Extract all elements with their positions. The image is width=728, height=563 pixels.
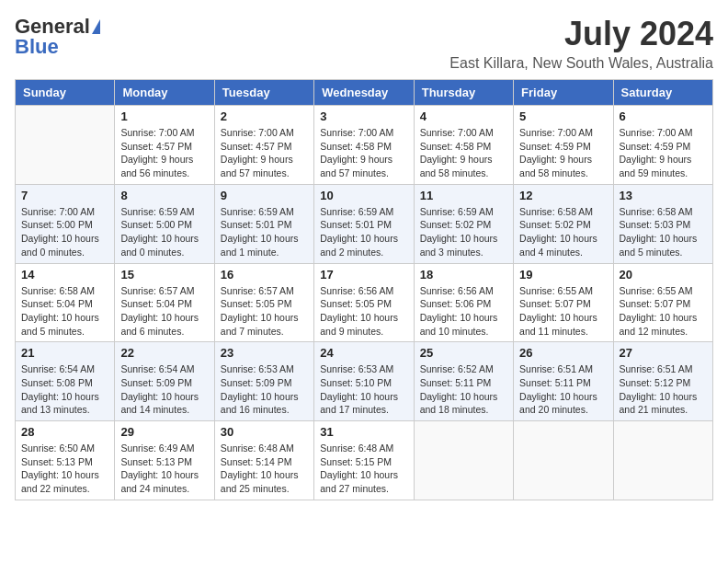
calendar-week-row: 7Sunrise: 7:00 AMSunset: 5:00 PMDaylight… <box>16 184 713 263</box>
calendar-week-row: 14Sunrise: 6:58 AMSunset: 5:04 PMDayligh… <box>16 263 713 342</box>
calendar-day-15: 15Sunrise: 6:57 AMSunset: 5:04 PMDayligh… <box>115 263 214 342</box>
header-wednesday: Wednesday <box>314 80 414 106</box>
day-info: Sunrise: 6:59 AMSunset: 5:01 PMDaylight:… <box>221 205 308 259</box>
page-title: July 2024 <box>449 15 713 53</box>
calendar-day-2: 2Sunrise: 7:00 AMSunset: 4:57 PMDaylight… <box>214 106 313 185</box>
calendar-day-26: 26Sunrise: 6:51 AMSunset: 5:11 PMDayligh… <box>514 342 613 421</box>
calendar-day-22: 22Sunrise: 6:54 AMSunset: 5:09 PMDayligh… <box>115 342 214 421</box>
logo-blue-text: Blue <box>15 35 59 59</box>
day-info: Sunrise: 6:59 AMSunset: 5:01 PMDaylight:… <box>320 205 407 259</box>
calendar-day-31: 31Sunrise: 6:48 AMSunset: 5:15 PMDayligh… <box>314 421 414 500</box>
day-info: Sunrise: 6:54 AMSunset: 5:08 PMDaylight:… <box>21 362 108 417</box>
day-number: 29 <box>120 425 208 439</box>
calendar-day-25: 25Sunrise: 6:52 AMSunset: 5:11 PMDayligh… <box>414 342 513 421</box>
day-number: 2 <box>221 109 308 123</box>
day-info: Sunrise: 6:57 AMSunset: 5:04 PMDaylight:… <box>120 284 208 339</box>
day-number: 3 <box>320 109 407 123</box>
day-number: 11 <box>420 189 507 202</box>
day-info: Sunrise: 6:51 AMSunset: 5:12 PMDaylight:… <box>620 362 707 417</box>
day-info: Sunrise: 6:55 AMSunset: 5:07 PMDaylight:… <box>620 284 707 339</box>
calendar-day-empty <box>514 421 613 500</box>
day-info: Sunrise: 6:53 AMSunset: 5:09 PMDaylight:… <box>221 362 308 417</box>
calendar-week-row: 28Sunrise: 6:50 AMSunset: 5:13 PMDayligh… <box>16 421 713 500</box>
day-info: Sunrise: 6:50 AMSunset: 5:13 PMDaylight:… <box>21 442 108 496</box>
day-info: Sunrise: 6:59 AMSunset: 5:02 PMDaylight:… <box>420 205 507 259</box>
calendar-day-30: 30Sunrise: 6:48 AMSunset: 5:14 PMDayligh… <box>214 421 313 500</box>
calendar-day-11: 11Sunrise: 6:59 AMSunset: 5:02 PMDayligh… <box>414 184 513 263</box>
calendar-day-28: 28Sunrise: 6:50 AMSunset: 5:13 PMDayligh… <box>16 421 115 500</box>
day-number: 24 <box>320 346 407 360</box>
day-info: Sunrise: 7:00 AMSunset: 4:57 PMDaylight:… <box>221 126 308 180</box>
calendar-day-16: 16Sunrise: 6:57 AMSunset: 5:05 PMDayligh… <box>214 263 313 342</box>
day-number: 5 <box>519 109 607 123</box>
day-info: Sunrise: 6:55 AMSunset: 5:07 PMDaylight:… <box>519 284 607 339</box>
calendar-day-empty <box>16 106 115 185</box>
logo: General Blue <box>15 15 100 59</box>
day-number: 25 <box>420 346 507 360</box>
header-monday: Monday <box>115 80 214 106</box>
calendar-day-29: 29Sunrise: 6:49 AMSunset: 5:13 PMDayligh… <box>115 421 214 500</box>
calendar-day-6: 6Sunrise: 7:00 AMSunset: 4:59 PMDaylight… <box>613 106 712 185</box>
calendar-day-7: 7Sunrise: 7:00 AMSunset: 5:00 PMDaylight… <box>16 184 115 263</box>
calendar-day-27: 27Sunrise: 6:51 AMSunset: 5:12 PMDayligh… <box>613 342 712 421</box>
day-info: Sunrise: 7:00 AMSunset: 4:57 PMDaylight:… <box>120 126 208 180</box>
logo-triangle-icon <box>92 19 100 34</box>
day-info: Sunrise: 7:00 AMSunset: 4:59 PMDaylight:… <box>620 126 707 180</box>
day-number: 12 <box>519 189 607 202</box>
day-number: 30 <box>221 425 308 439</box>
calendar-week-row: 21Sunrise: 6:54 AMSunset: 5:08 PMDayligh… <box>16 342 713 421</box>
day-number: 9 <box>221 189 308 202</box>
day-number: 27 <box>620 346 707 360</box>
day-info: Sunrise: 6:54 AMSunset: 5:09 PMDaylight:… <box>120 362 208 417</box>
day-info: Sunrise: 6:48 AMSunset: 5:15 PMDaylight:… <box>320 442 407 496</box>
day-info: Sunrise: 6:51 AMSunset: 5:11 PMDaylight:… <box>519 362 607 417</box>
day-number: 8 <box>120 189 208 202</box>
day-number: 18 <box>420 268 507 282</box>
day-number: 6 <box>620 109 707 123</box>
calendar-day-20: 20Sunrise: 6:55 AMSunset: 5:07 PMDayligh… <box>613 263 712 342</box>
day-number: 26 <box>519 346 607 360</box>
calendar-day-21: 21Sunrise: 6:54 AMSunset: 5:08 PMDayligh… <box>16 342 115 421</box>
calendar-day-9: 9Sunrise: 6:59 AMSunset: 5:01 PMDaylight… <box>214 184 313 263</box>
day-info: Sunrise: 7:00 AMSunset: 4:58 PMDaylight:… <box>420 126 507 180</box>
calendar-day-13: 13Sunrise: 6:58 AMSunset: 5:03 PMDayligh… <box>613 184 712 263</box>
day-info: Sunrise: 6:57 AMSunset: 5:05 PMDaylight:… <box>221 284 308 339</box>
calendar-table: SundayMondayTuesdayWednesdayThursdayFrid… <box>15 79 713 500</box>
header-friday: Friday <box>514 80 613 106</box>
day-info: Sunrise: 6:56 AMSunset: 5:05 PMDaylight:… <box>320 284 407 339</box>
day-number: 31 <box>320 425 407 439</box>
day-info: Sunrise: 6:48 AMSunset: 5:14 PMDaylight:… <box>221 442 308 496</box>
day-info: Sunrise: 6:59 AMSunset: 5:00 PMDaylight:… <box>120 205 208 259</box>
day-number: 20 <box>620 268 707 282</box>
title-section: July 2024 East Killara, New South Wales,… <box>449 15 713 72</box>
day-number: 19 <box>519 268 607 282</box>
header-saturday: Saturday <box>613 80 712 106</box>
day-number: 1 <box>120 109 208 123</box>
page-header: General Blue July 2024 East Killara, New… <box>15 15 713 72</box>
day-info: Sunrise: 6:49 AMSunset: 5:13 PMDaylight:… <box>120 442 208 496</box>
calendar-day-5: 5Sunrise: 7:00 AMSunset: 4:59 PMDaylight… <box>514 106 613 185</box>
calendar-day-12: 12Sunrise: 6:58 AMSunset: 5:02 PMDayligh… <box>514 184 613 263</box>
calendar-day-19: 19Sunrise: 6:55 AMSunset: 5:07 PMDayligh… <box>514 263 613 342</box>
calendar-day-18: 18Sunrise: 6:56 AMSunset: 5:06 PMDayligh… <box>414 263 513 342</box>
day-info: Sunrise: 6:56 AMSunset: 5:06 PMDaylight:… <box>420 284 507 339</box>
day-info: Sunrise: 6:58 AMSunset: 5:02 PMDaylight:… <box>519 205 607 259</box>
day-info: Sunrise: 6:53 AMSunset: 5:10 PMDaylight:… <box>320 362 407 417</box>
day-info: Sunrise: 6:58 AMSunset: 5:04 PMDaylight:… <box>21 284 108 339</box>
day-number: 14 <box>21 268 108 282</box>
calendar-day-empty <box>414 421 513 500</box>
page-subtitle: East Killara, New South Wales, Australia <box>449 55 713 72</box>
day-info: Sunrise: 7:00 AMSunset: 4:58 PMDaylight:… <box>320 126 407 180</box>
day-number: 15 <box>120 268 208 282</box>
day-number: 21 <box>21 346 108 360</box>
day-info: Sunrise: 7:00 AMSunset: 5:00 PMDaylight:… <box>21 205 108 259</box>
header-tuesday: Tuesday <box>214 80 313 106</box>
day-info: Sunrise: 6:52 AMSunset: 5:11 PMDaylight:… <box>420 362 507 417</box>
calendar-week-row: 1Sunrise: 7:00 AMSunset: 4:57 PMDaylight… <box>16 106 713 185</box>
calendar-day-23: 23Sunrise: 6:53 AMSunset: 5:09 PMDayligh… <box>214 342 313 421</box>
day-number: 13 <box>620 189 707 202</box>
calendar-header-row: SundayMondayTuesdayWednesdayThursdayFrid… <box>16 80 713 106</box>
header-thursday: Thursday <box>414 80 513 106</box>
calendar-day-empty <box>613 421 712 500</box>
calendar-day-4: 4Sunrise: 7:00 AMSunset: 4:58 PMDaylight… <box>414 106 513 185</box>
